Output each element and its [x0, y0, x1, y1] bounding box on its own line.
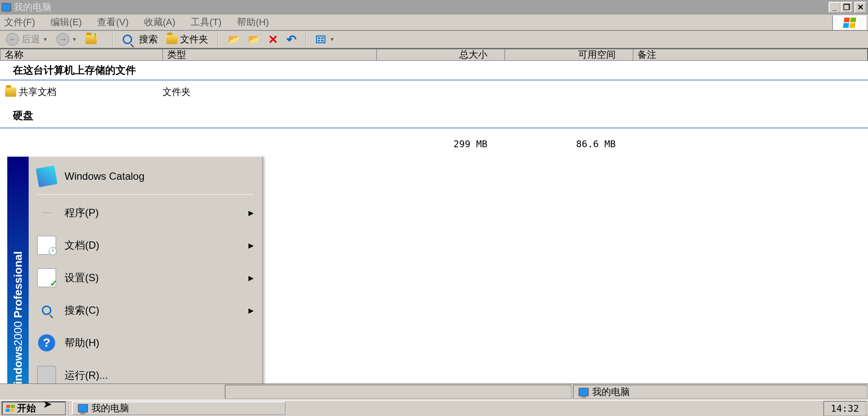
menu-bar: 文件(F) 编辑(E) 查看(V) 收藏(A) 工具(T) 帮助(H)	[0, 15, 868, 31]
menu-file[interactable]: 文件(F)	[4, 16, 35, 29]
menu-edit[interactable]: 编辑(E)	[50, 16, 82, 29]
start-item-label: 文档(D)	[65, 238, 99, 252]
maximize-button[interactable]: ❐	[841, 2, 853, 13]
item-type: 文件夹	[162, 86, 376, 98]
task-label: 我的电脑	[92, 402, 129, 415]
section-stored-files: 在这台计算机上存储的文件	[0, 61, 868, 80]
move-to-button[interactable]: 📂	[225, 33, 242, 46]
start-help[interactable]: ? 帮助(H)	[29, 327, 262, 359]
band-text: Windows2000 Professional	[12, 251, 25, 395]
up-arrow-icon: ↑	[93, 31, 97, 40]
search-icon	[123, 35, 132, 44]
undo-icon: ↶	[286, 33, 296, 47]
list-item-disk[interactable]: 299 MB 86.6 MB	[0, 128, 868, 151]
start-programs[interactable]: 程序(P) ▶	[29, 196, 262, 229]
start-item-label: 程序(P)	[65, 206, 99, 220]
column-free-space[interactable]: 可用空间	[505, 49, 633, 60]
menu-favorites[interactable]: 收藏(A)	[144, 16, 175, 29]
column-type[interactable]: 类型	[163, 49, 377, 60]
column-name[interactable]: 名称	[0, 49, 163, 60]
column-notes[interactable]: 备注	[633, 49, 868, 60]
folder-icon	[5, 87, 16, 97]
start-search[interactable]: 搜索(C) ▶	[29, 294, 262, 327]
delete-button[interactable]: ✕	[266, 32, 280, 48]
title-bar: 我的电脑 _ ❐ ✕	[0, 0, 868, 15]
status-pane-2	[225, 385, 571, 399]
copy-to-button[interactable]: 📂	[245, 33, 262, 46]
toolbar-separator	[218, 33, 218, 46]
start-windows-catalog[interactable]: Windows Catalog	[29, 160, 262, 193]
back-label: 后退	[21, 33, 40, 46]
disk-free-space: 86.6 MB	[505, 139, 633, 149]
help-icon: ?	[37, 333, 56, 352]
column-total-size[interactable]: 总大小	[377, 49, 505, 60]
status-pane-location: 我的电脑	[573, 385, 867, 399]
close-button[interactable]: ✕	[854, 2, 866, 13]
status-location-label: 我的电脑	[592, 386, 630, 398]
my-computer-icon	[2, 3, 11, 12]
back-dropdown-icon[interactable]: ▼	[43, 36, 48, 42]
status-bar: 我的电脑	[0, 383, 868, 400]
undo-button[interactable]: ↶	[284, 32, 299, 48]
disk-total-size: 299 MB	[376, 139, 505, 149]
forward-dropdown-icon[interactable]: ▼	[72, 36, 77, 42]
forward-button[interactable]: → ▼	[54, 32, 80, 47]
windows-logo	[832, 15, 866, 30]
system-clock[interactable]: 14:32	[824, 401, 866, 416]
forward-arrow-icon: →	[56, 33, 69, 46]
start-settings[interactable]: 设置(S) ▶	[29, 261, 262, 294]
start-label: 开始	[17, 402, 36, 415]
search-button[interactable]: 搜索	[120, 32, 160, 47]
menu-help[interactable]: 帮助(H)	[237, 16, 269, 29]
windows-flag-icon	[6, 405, 15, 412]
taskbar: 开始 我的电脑 14:32	[0, 400, 868, 416]
minimize-button[interactable]: _	[829, 2, 841, 13]
programs-icon	[37, 203, 56, 222]
start-documents[interactable]: 文档(D) ▶	[29, 229, 262, 261]
section-hard-disks: 硬盘	[0, 106, 868, 125]
search-icon	[37, 301, 56, 320]
back-arrow-icon: ←	[6, 33, 19, 46]
menu-tools[interactable]: 工具(T)	[191, 16, 221, 29]
views-dropdown-icon[interactable]: ▼	[330, 36, 335, 42]
start-item-label: 运行(R)...	[65, 368, 108, 382]
computer-icon	[78, 404, 88, 413]
catalog-icon	[36, 166, 58, 187]
search-label: 搜索	[139, 33, 158, 46]
column-headers: 名称 类型 总大小 可用空间 备注	[0, 49, 868, 61]
start-menu: Windows2000 Professional Windows Catalog…	[6, 156, 263, 400]
start-item-label: 搜索(C)	[65, 303, 99, 317]
taskbar-item-my-computer[interactable]: 我的电脑	[72, 401, 286, 415]
start-button[interactable]: 开始	[2, 401, 66, 415]
submenu-arrow-icon: ▶	[248, 274, 254, 282]
toolbar-separator	[306, 33, 307, 46]
folders-label: 文件夹	[180, 33, 208, 46]
views-icon	[316, 36, 325, 43]
views-button[interactable]: ▼	[313, 35, 337, 44]
start-menu-band: Windows2000 Professional	[7, 157, 29, 399]
list-item-shared-docs[interactable]: 共享文档 文件夹	[0, 84, 868, 100]
toolbar: ← 后退 ▼ → ▼ ↑ 搜索 文件夹 📂 📂 ✕ ↶ ▼	[0, 31, 868, 49]
start-item-label: Windows Catalog	[65, 170, 145, 182]
taskbar-separator	[68, 402, 69, 414]
back-button[interactable]: ← 后退 ▼	[3, 32, 50, 47]
computer-icon	[579, 388, 589, 396]
toolbar-separator	[112, 33, 113, 46]
up-button[interactable]: ↑	[83, 34, 106, 45]
submenu-arrow-icon: ▶	[248, 209, 254, 217]
start-divider	[37, 194, 254, 195]
start-item-label: 设置(S)	[65, 271, 99, 285]
start-item-label: 帮助(H)	[65, 336, 99, 350]
settings-icon	[37, 268, 56, 287]
submenu-arrow-icon: ▶	[248, 241, 254, 250]
menu-view[interactable]: 查看(V)	[97, 16, 128, 29]
folders-icon	[166, 35, 177, 44]
window-title: 我的电脑	[14, 1, 829, 14]
folders-button[interactable]: 文件夹	[164, 32, 211, 47]
item-name: 共享文档	[19, 86, 56, 98]
copy-icon: 📂	[248, 34, 260, 45]
mouse-cursor-icon: ➤	[43, 398, 52, 411]
documents-icon	[37, 236, 56, 255]
delete-icon: ✕	[268, 33, 278, 47]
submenu-arrow-icon: ▶	[248, 306, 254, 315]
